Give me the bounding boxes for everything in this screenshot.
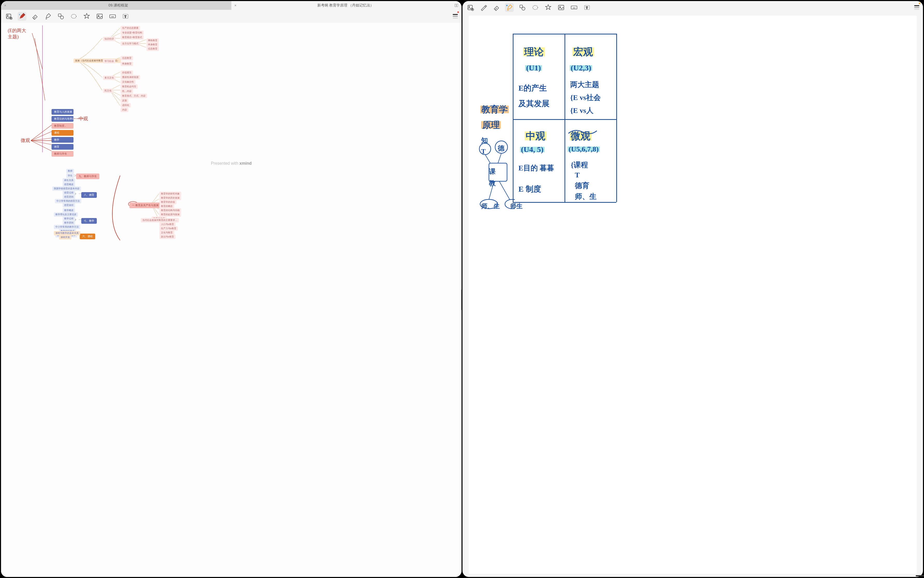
keyboard-tool[interactable] [108,12,117,21]
svg-rect-11 [110,15,116,18]
mm-leaf: 德育原则 [63,195,75,199]
insert-tool[interactable] [5,12,13,21]
mm-leaf: 终身教育 [147,42,159,47]
eraser-tool[interactable] [31,12,39,21]
svg-point-21 [532,5,537,10]
mm-node: 学习社会 [103,59,115,63]
mm-leaf: 课程开发 [59,235,71,240]
mm-node: 民主化 [103,89,113,93]
image-tool[interactable] [95,12,104,21]
mm-node: 教育目的与培养目标 [52,116,73,122]
mm-leaf: 教育学的价值 [159,200,176,204]
cell-line: E目的 暮暮 [518,163,554,173]
pen-tool[interactable] [479,3,488,12]
mm-leaf: 重新性课程资源 [121,75,140,80]
mm-leaf: 德育过程 [63,191,75,195]
mm-node: 多元文化 [103,76,115,80]
mm-leaf: 我国学校德育的基本内容 [52,187,81,191]
mm-node: 教学 [52,137,73,143]
mm-leaf: 教育的概念 [159,204,174,208]
highlighter-tool[interactable] [44,12,52,21]
mm-leaf: 虚拟化 [121,103,131,107]
more-menu[interactable] [911,3,919,12]
close-icon[interactable]: × [235,3,236,8]
sticker-tool[interactable] [544,3,553,12]
split-divider-handle[interactable] [461,289,461,310]
mm-node: 一 教育及其产生与发展 [129,203,161,208]
mm-leaf: 全方位学习模式 [121,41,140,46]
mm-leaf: 政治与e教育 [159,235,175,239]
tab-course-framework[interactable]: × 09.课程框架 [1,1,231,10]
right-canvas[interactable]: 教育学 原理 知 T 德 课 教 师、生 师生 理论 (U1) E的产生 及其发… [469,16,917,574]
pen-tool[interactable] [18,12,26,21]
insert-tool[interactable] [466,3,475,12]
split-view-icon[interactable] [454,3,458,8]
grid-line [616,34,617,202]
text-tool[interactable]: T [583,3,591,12]
cell-line: {课程 [571,160,588,170]
mm-node: 教师与学生 [52,151,73,157]
highlighter-tool[interactable] [505,3,514,12]
side-title: 原理 [481,119,501,131]
svg-point-30 [480,200,498,209]
right-toolbar: T [463,1,923,14]
svg-rect-19 [520,5,523,8]
mm-leaf: 信息教育 [121,56,133,60]
svg-point-28 [495,141,508,153]
svg-point-23 [560,6,561,8]
svg-text:T: T [125,15,126,18]
svg-rect-1 [456,4,458,7]
mm-node: 六、课程 [80,234,95,239]
tab-title: 新考纲 教育学原理 （丹姐记忆法） [239,3,453,8]
eraser-tool[interactable] [492,3,501,12]
cell-unit: (U1) [525,63,542,72]
cell-line: E的产生 [518,83,547,94]
mm-leaf: 教育的起源与发展 [159,212,181,217]
mm-leaf: 专业设置+教育结构 [121,31,144,35]
cell-line: T [575,171,580,179]
tab-title: 09.课程框架 [8,3,228,8]
grid-line [565,34,565,202]
mm-node: 八、德育 [81,192,97,198]
cell-title: 宏观 [572,45,594,58]
mm-leaf: 信息教育 [147,47,159,51]
image-tool[interactable] [557,3,566,12]
mm-leaf: 中小学常用的德育方法 [55,199,81,203]
tab-edu-principles[interactable]: × 新考纲 教育学原理 （丹姐记忆法） [231,1,462,10]
lasso-tool[interactable] [70,12,78,21]
mm-leaf: 课程与教学的基本关系 [54,231,80,235]
more-menu[interactable] [449,12,458,21]
mm-leaf: 人口与e教育 [159,222,175,227]
lasso-tool[interactable] [531,3,540,12]
cell-line: 及其发展 [518,98,550,109]
close-icon[interactable]: × [4,3,6,8]
mm-leaf: 反面 [121,98,128,103]
mm-leaf: 中小学常用的教学方法 [54,225,80,229]
shape-tool[interactable] [518,3,527,12]
mm-leaf: 教学概述 [63,208,75,213]
keyboard-tool[interactable] [570,3,578,12]
cell-title: 中观 [524,130,546,143]
tabs-bar: × 09.课程框架 × 新考纲 教育学原理 （丹姐记忆法） [1,1,461,10]
mm-node: 知识经济 [103,37,115,41]
svg-rect-6 [58,14,61,16]
mm-node: 课程 [52,130,73,136]
svg-rect-0 [455,4,456,7]
svg-point-3 [7,15,8,16]
mm-leaf: 教学理论及主要流派 [54,212,78,217]
mm-leaf: 生产的信息要素 [121,26,140,30]
mm-leaf: 德育途径 [63,203,75,208]
mm-leaf: 民…内容 [121,89,133,94]
mm-leaf: 教育学的研究对象 [159,192,181,196]
left-toolbar: T [1,10,461,23]
mindmap-top: (E的两大 主题) 中观 微观 发展（当代社会发展对教育的要求和挑战） 知识经济… [1,23,461,168]
left-canvas[interactable]: (E的两大 主题) 中观 微观 发展（当代社会发展对教育的要求和挑战） 知识经济… [1,23,461,577]
mm-leaf: 生产力与e教育 [159,226,178,231]
text-tool[interactable]: T [121,12,130,21]
shape-tool[interactable] [57,12,65,21]
mm-leaf: 教学原则 [63,221,75,225]
sticker-tool[interactable] [82,12,91,21]
mm-leaf: 网络教育 [147,38,159,43]
cell-line: 德育 [575,181,589,191]
left-pane: × 09.课程框架 × 新考纲 教育学原理 （丹姐记忆法） T [1,1,461,577]
